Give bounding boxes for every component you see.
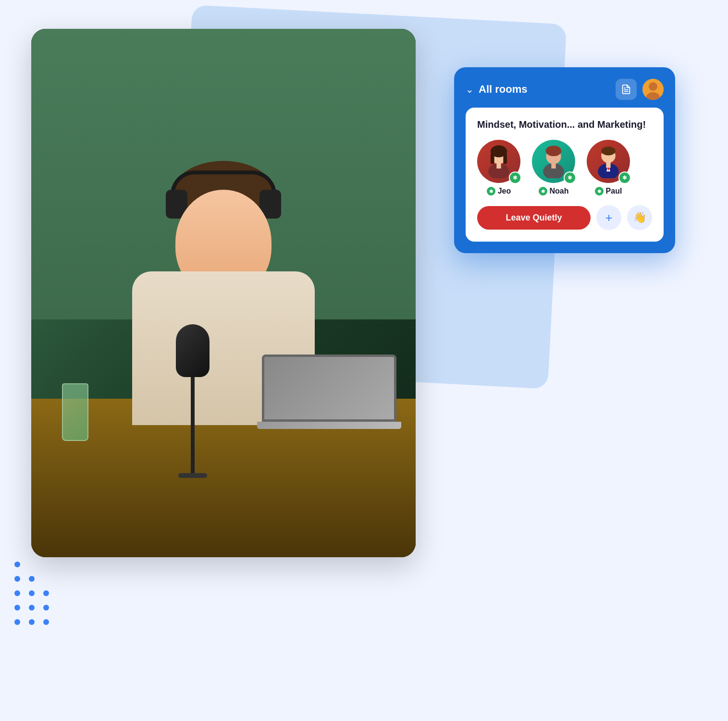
ui-panel: ⌄ All rooms bbox=[454, 67, 675, 253]
panel-header: ⌄ All rooms bbox=[466, 79, 664, 100]
participant-name-paul: ✱ Paul bbox=[595, 187, 622, 196]
dot bbox=[43, 590, 49, 596]
photo-card bbox=[31, 29, 416, 557]
svg-rect-7 bbox=[491, 153, 494, 164]
user-avatar-icon[interactable] bbox=[642, 79, 664, 100]
participant-jeo: ✱ ✱ Jeo bbox=[477, 140, 520, 196]
participant-paul: ✱ ✱ Paul bbox=[587, 140, 630, 196]
add-button[interactable]: + bbox=[596, 205, 621, 230]
actions-row: Leave Quietly + 👋 bbox=[477, 205, 652, 230]
dot bbox=[29, 605, 35, 611]
svg-point-16 bbox=[601, 147, 616, 156]
mic-base bbox=[178, 473, 207, 478]
panel-header-icons bbox=[616, 79, 664, 100]
svg-point-3 bbox=[649, 82, 657, 91]
laptop-base bbox=[257, 422, 401, 429]
svg-rect-20 bbox=[606, 162, 610, 168]
name-badge-jeo: ✱ bbox=[487, 187, 495, 196]
mic-head bbox=[176, 324, 210, 377]
mic-stand bbox=[191, 377, 195, 473]
mic-badge-paul: ✱ bbox=[618, 171, 631, 184]
dot bbox=[14, 605, 20, 611]
dot bbox=[29, 590, 35, 596]
svg-rect-14 bbox=[551, 162, 555, 168]
leave-quietly-button[interactable]: Leave Quietly bbox=[477, 206, 591, 230]
svg-rect-10 bbox=[496, 162, 501, 168]
participant-name-jeo: ✱ Jeo bbox=[487, 187, 511, 196]
chevron-down-icon[interactable]: ⌄ bbox=[466, 84, 474, 95]
dots-decoration bbox=[14, 562, 49, 625]
dot bbox=[14, 562, 20, 567]
name-badge-noah: ✱ bbox=[539, 187, 547, 196]
room-title: Mindset, Motivation... and Marketing! bbox=[477, 119, 652, 130]
microphone bbox=[176, 324, 210, 478]
wave-button[interactable]: 👋 bbox=[627, 205, 652, 230]
scene: ⌄ All rooms bbox=[0, 0, 728, 721]
laptop bbox=[262, 354, 396, 441]
mic-badge-noah: ✱ bbox=[564, 171, 576, 184]
dot bbox=[14, 576, 20, 582]
participant-name-noah: ✱ Noah bbox=[539, 187, 569, 196]
panel-header-left: ⌄ All rooms bbox=[466, 83, 527, 96]
dot bbox=[14, 590, 20, 596]
dot bbox=[14, 619, 20, 625]
dot bbox=[43, 619, 49, 625]
participant-avatar-noah: ✱ bbox=[532, 140, 575, 183]
photo-background bbox=[31, 29, 416, 557]
participants-list: ✱ ✱ Jeo bbox=[477, 140, 652, 196]
dot bbox=[29, 619, 35, 625]
svg-point-12 bbox=[546, 146, 562, 156]
plus-icon: + bbox=[605, 210, 612, 225]
wave-icon: 👋 bbox=[633, 211, 646, 224]
participant-avatar-jeo: ✱ bbox=[477, 140, 520, 183]
laptop-screen bbox=[262, 354, 396, 422]
participant-noah: ✱ ✱ Noah bbox=[532, 140, 575, 196]
inner-card: Mindset, Motivation... and Marketing! bbox=[466, 108, 664, 242]
mic-badge-jeo: ✱ bbox=[509, 171, 521, 184]
participant-avatar-paul: ✱ bbox=[587, 140, 630, 183]
dot bbox=[29, 576, 35, 582]
panel-title: All rooms bbox=[479, 83, 527, 96]
name-badge-paul: ✱ bbox=[595, 187, 604, 196]
svg-rect-8 bbox=[503, 153, 507, 164]
glass bbox=[62, 383, 88, 441]
dot bbox=[43, 605, 49, 611]
document-icon[interactable] bbox=[616, 79, 637, 100]
